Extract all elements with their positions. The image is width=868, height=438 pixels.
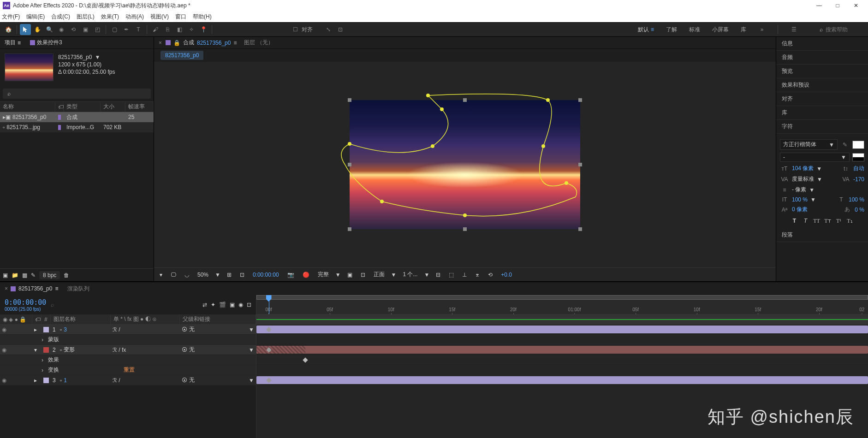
tab-project[interactable]: 项目 ≡	[5, 39, 21, 47]
tl-btn5-icon[interactable]: ◉	[238, 302, 243, 308]
workspace-default[interactable]: 默认≡	[636, 23, 656, 36]
transform-handle[interactable]	[348, 227, 351, 231]
vf-timeline-icon[interactable]: ⊥	[460, 272, 469, 278]
col-parent[interactable]: 父级和链接	[180, 314, 256, 324]
col-layer-name[interactable]: 图层名称	[51, 314, 111, 324]
workspace-lib[interactable]: 库	[739, 23, 748, 36]
italic-button[interactable]: T	[801, 216, 811, 225]
snapshot-icon[interactable]: 📷	[285, 272, 296, 278]
stroke-swatch[interactable]	[852, 153, 864, 161]
workspace-learn[interactable]: 了解	[664, 23, 679, 36]
pen-tool-icon[interactable]: ✒	[121, 24, 132, 35]
transform-handle[interactable]	[463, 227, 467, 231]
tl-btn1-icon[interactable]: ⇄	[202, 302, 207, 308]
zoom-tool-icon[interactable]: 🔍	[44, 24, 55, 35]
vscale[interactable]: 100 %	[792, 196, 808, 203]
menu-comp[interactable]: 合成(C)	[51, 13, 70, 21]
panel-effects[interactable]: 效果和预设	[776, 78, 868, 92]
project-search[interactable]: ⌕	[3, 89, 151, 99]
panel-paragraph[interactable]: 段落	[776, 228, 868, 242]
vf-alpha-icon[interactable]: ▾	[158, 272, 164, 278]
text-tool-icon[interactable]: T	[133, 24, 144, 35]
subscript-button[interactable]: T₁	[845, 216, 855, 225]
transform-handle[interactable]	[578, 227, 582, 231]
help-search-input[interactable]	[826, 26, 862, 33]
reset-button[interactable]: 重置	[124, 366, 135, 374]
smallcaps-button[interactable]: Tᴛ	[823, 216, 833, 225]
menu-view[interactable]: 视图(V)	[150, 13, 169, 21]
snap-opt1-icon[interactable]: ⤡	[323, 24, 334, 35]
eye-icon[interactable]: ◉	[2, 347, 6, 353]
timeline-search[interactable]: ⌕	[51, 302, 198, 308]
project-settings-icon[interactable]: ✎	[31, 272, 36, 278]
panel-align[interactable]: 对齐	[776, 92, 868, 106]
fill-swatch[interactable]	[852, 141, 864, 149]
hscale[interactable]: 100 %	[849, 196, 864, 203]
new-folder-icon[interactable]: 📁	[12, 272, 18, 278]
col-switches[interactable]: 单 * \ fx 图 ● ◐ ⊙	[111, 314, 180, 324]
hand-tool-icon[interactable]: ✋	[32, 24, 43, 35]
col-size[interactable]: 大小	[101, 102, 125, 112]
workspace-more-icon[interactable]: »	[756, 24, 767, 35]
comp-thumbnail[interactable]	[5, 53, 54, 81]
work-area-bar[interactable]	[256, 295, 868, 300]
menu-edit[interactable]: 编辑(E)	[26, 13, 45, 21]
new-comp-icon[interactable]: ▦	[22, 272, 27, 278]
panel-audio[interactable]: 音频	[776, 51, 868, 65]
layer-prop-transform[interactable]: › 变换重置	[0, 365, 256, 375]
snap-opt2-icon[interactable]: ⊡	[335, 24, 346, 35]
views-count[interactable]: 1 个...	[401, 271, 419, 278]
kerning[interactable]: 度量标准	[792, 175, 814, 183]
vf-px-icon[interactable]: ⊟	[434, 272, 442, 278]
baseline[interactable]: 0 像素	[792, 206, 808, 213]
resolution-select[interactable]: 完整	[316, 271, 331, 278]
render-queue-tab[interactable]: 渲染队列	[67, 285, 89, 293]
menu-anim[interactable]: 动画(A)	[125, 13, 144, 21]
viewer[interactable]	[154, 62, 776, 267]
camera-tool-icon[interactable]: ▣	[80, 24, 91, 35]
tab-effect-controls[interactable]: 效果控件3	[30, 39, 62, 47]
timecode[interactable]: 0:00:00:00	[5, 298, 46, 307]
tsume[interactable]: 0 %	[855, 207, 864, 213]
bpc-button[interactable]: 8 bpc	[39, 271, 60, 279]
exposure-value[interactable]: +0.0	[499, 272, 514, 278]
font-select[interactable]: 方正行楷简体▼	[780, 139, 838, 150]
layer-bar[interactable]	[256, 376, 868, 384]
panel-info[interactable]: 信息	[776, 37, 868, 51]
col-tag-icon[interactable]: 🏷	[55, 102, 64, 112]
transform-handle[interactable]	[578, 163, 582, 166]
project-item-comp[interactable]: ▸▣ 82517356_p0 合成 25	[0, 112, 154, 122]
panel-toggle-icon[interactable]: ☰	[788, 24, 799, 35]
comp-breadcrumb[interactable]: 82517356_p0	[161, 51, 203, 60]
layer-tab[interactable]: 图层 （无）	[244, 39, 273, 47]
vf-monitor-icon[interactable]: 🖵	[169, 272, 178, 278]
pan-behind-tool-icon[interactable]: ◰	[92, 24, 103, 35]
comp-tab[interactable]: × 🔒 合成 82517356_p0 ≡	[159, 39, 237, 47]
help-search[interactable]: ⌕	[817, 26, 865, 33]
layer-prop-effects[interactable]: › 效果	[0, 355, 256, 365]
current-time[interactable]: 0:00:00:00	[251, 272, 281, 278]
trash-icon[interactable]: 🗑	[64, 272, 69, 278]
timeline-ruler[interactable]: 00f 05f 10f 15f 20f 01:00f 05f 10f 15f 2…	[256, 295, 868, 314]
layer-row-3[interactable]: ◉ ▸ 3 ▫1 ℛ / ⦿ 无 ▼	[0, 375, 256, 385]
close-tab-icon[interactable]: ×	[159, 40, 162, 46]
col-fps[interactable]: 帧速率	[125, 102, 154, 112]
layer-bar-in[interactable]	[256, 346, 305, 354]
layer-prop-mask[interactable]: › 蒙版	[0, 335, 256, 345]
layer-row-1[interactable]: ◉ ▸ 1 ▫3 ℛ / ⦿ 无 ▼	[0, 325, 256, 335]
home-icon[interactable]: 🏠	[3, 24, 14, 35]
bold-button[interactable]: T	[790, 216, 800, 225]
timeline-tab[interactable]: ×82517356_p0 ≡	[5, 285, 58, 292]
channels-icon[interactable]: 🔴	[301, 272, 311, 278]
close-button[interactable]: ✕	[847, 0, 865, 11]
eraser-tool-icon[interactable]: ◧	[174, 24, 185, 35]
project-item-image[interactable]: ▫ 8251735...jpg Importe...G 702 KB	[0, 122, 154, 132]
panel-library[interactable]: 库	[776, 106, 868, 120]
menu-file[interactable]: 文件(F)	[2, 13, 20, 21]
vf-flow-icon[interactable]: ⌆	[473, 272, 482, 278]
brush-tool-icon[interactable]: 🖌	[150, 24, 161, 35]
maximize-button[interactable]: □	[828, 0, 847, 11]
vf-mask-icon[interactable]: ◡	[183, 272, 191, 278]
workspace-standard[interactable]: 标准	[687, 23, 702, 36]
minimize-button[interactable]: —	[810, 0, 828, 11]
